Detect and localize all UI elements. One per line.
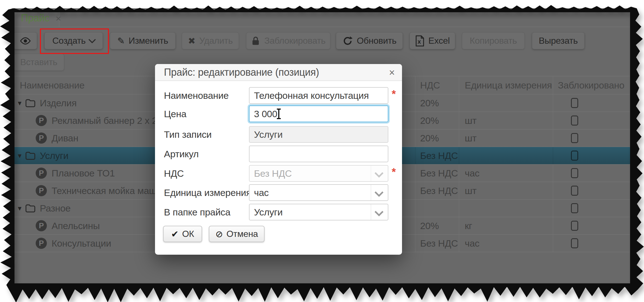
dialog-close-icon[interactable]: ×	[389, 67, 395, 78]
row-name: Плановое ТО1	[52, 168, 115, 179]
locked-checkbox[interactable]	[571, 168, 578, 178]
price-field[interactable]: 3 000	[249, 105, 388, 122]
pencil-icon: ✎	[117, 36, 125, 46]
cut-button[interactable]: Вырезать	[532, 32, 585, 49]
name-field-value: Телефонная консультация	[254, 90, 369, 101]
cell-vat	[415, 200, 459, 217]
edit-button-label: Изменить	[129, 36, 168, 46]
folder-select-value: Услуги	[254, 207, 283, 218]
cell-unit	[459, 94, 553, 112]
required-marker: *	[392, 88, 396, 100]
vat-field-label: НДС	[164, 168, 184, 179]
cancel-button[interactable]: ⊘ Отмена	[209, 226, 265, 242]
cell-vat: 20%	[415, 217, 459, 234]
locked-checkbox[interactable]	[571, 116, 578, 126]
price-item-icon: P	[36, 115, 47, 126]
row-name: Консультации	[52, 238, 111, 249]
screenshot-stage: Прайс × Создать ✎ Изменить ✖ Удалить Заб…	[0, 0, 644, 302]
type-field-value: Услуги	[254, 129, 283, 140]
edit-dialog: Прайс: редактирование (позиция) × Наимен…	[155, 64, 402, 255]
cut-button-label: Вырезать	[539, 36, 578, 46]
type-field-label: Тип записи	[164, 129, 212, 140]
field-row-vat: НДС	[164, 165, 184, 182]
cell-locked	[553, 217, 633, 234]
copy-button[interactable]: Копировать	[462, 32, 525, 49]
cell-unit	[459, 200, 553, 217]
folder-icon	[25, 203, 36, 213]
price-item-icon: P	[36, 132, 47, 144]
dialog-title: Прайс: редактирование (позиция)	[164, 67, 319, 78]
cell-vat: Без НДС	[415, 235, 459, 252]
paste-button-label: Вставить	[20, 57, 57, 67]
caret-down-icon[interactable]: ▾	[18, 204, 21, 212]
name-field[interactable]: Телефонная консультация	[249, 87, 388, 104]
price-field-label: Цена	[164, 109, 187, 119]
edit-button[interactable]: ✎ Изменить	[110, 32, 176, 49]
caret-down-icon[interactable]: ▾	[18, 99, 21, 107]
excel-file-icon: x	[415, 35, 425, 46]
locked-checkbox[interactable]	[571, 221, 578, 231]
cell-locked	[553, 129, 633, 147]
chevron-down-icon	[374, 188, 384, 197]
cancel-button-label: Отмена	[226, 229, 258, 239]
field-row-type: Тип записи	[164, 126, 212, 143]
cell-vat: 20%	[415, 129, 459, 147]
excel-button-label: Excel	[428, 36, 450, 46]
lock-icon	[251, 36, 260, 46]
svg-text:x: x	[417, 38, 421, 45]
select-divider	[371, 204, 371, 220]
cell-locked	[553, 200, 633, 217]
annotation-highlight-box	[40, 28, 109, 54]
locked-checkbox[interactable]	[571, 238, 578, 248]
cell-unit: шт	[459, 129, 553, 147]
vat-select-value: Без НДС	[254, 168, 292, 179]
column-header-vat[interactable]: НДС	[415, 76, 459, 94]
unit-select[interactable]: час	[249, 184, 388, 201]
ok-button[interactable]: ✔ ОК	[163, 226, 202, 242]
chevron-down-icon	[374, 169, 384, 178]
price-field-value: 3 000	[254, 109, 277, 119]
tab-price[interactable]: Прайс ×	[13, 9, 59, 27]
price-item-icon: P	[36, 185, 47, 196]
folder-select[interactable]: Услуги	[249, 204, 388, 220]
price-item-icon: P	[36, 220, 47, 231]
locked-checkbox[interactable]	[571, 203, 578, 213]
row-name: Разное	[40, 203, 71, 214]
delete-button[interactable]: ✖ Удалить	[182, 32, 239, 49]
excel-button[interactable]: x Excel	[410, 32, 455, 49]
text-cursor	[278, 109, 279, 119]
locked-checkbox[interactable]	[571, 186, 578, 196]
caret-down-icon[interactable]: ▾	[18, 151, 21, 160]
refresh-icon	[342, 36, 353, 46]
locked-checkbox[interactable]	[571, 98, 578, 108]
tab-label: Прайс	[21, 12, 50, 24]
column-header-locked[interactable]: Заблокировано	[553, 76, 633, 94]
check-icon: ✔	[171, 229, 179, 239]
price-item-icon: P	[36, 168, 47, 179]
refresh-button[interactable]: Обновить	[336, 32, 403, 49]
delete-button-label: Удалить	[199, 36, 233, 46]
folder-field-label: В папке прайса	[164, 207, 230, 218]
tab-close-icon[interactable]: ×	[56, 13, 61, 24]
sku-field[interactable]	[249, 146, 388, 162]
row-name: Диван	[52, 133, 78, 144]
cell-vat: 20%	[415, 112, 459, 129]
cell-unit: час	[459, 164, 553, 182]
name-field-label: Наименование	[164, 90, 229, 101]
folder-icon	[25, 98, 36, 108]
cell-locked	[553, 94, 633, 112]
copy-button-label: Копировать	[470, 36, 517, 46]
cell-vat: Без НДС	[415, 182, 459, 199]
field-row-name: Наименование	[164, 87, 229, 104]
select-divider	[371, 166, 371, 181]
locked-checkbox[interactable]	[571, 133, 578, 143]
cross-icon: ✖	[188, 36, 195, 46]
lock-button[interactable]: Заблокировать	[246, 32, 330, 49]
field-row-folder: В папке прайса	[164, 204, 230, 220]
locked-checkbox[interactable]	[571, 151, 578, 161]
cell-vat: Без НДС	[415, 147, 459, 164]
column-header-unit[interactable]: Единица измерения	[459, 76, 553, 94]
dialog-header: Прайс: редактирование (позиция) ×	[155, 64, 402, 81]
paste-button[interactable]: Вставить	[13, 54, 64, 71]
view-button[interactable]	[13, 32, 37, 49]
